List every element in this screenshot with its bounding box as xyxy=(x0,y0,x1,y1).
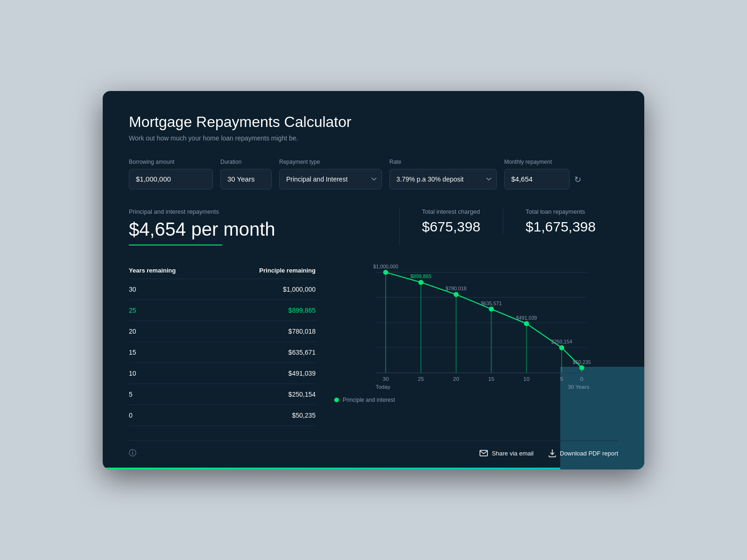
svg-text:5: 5 xyxy=(560,376,564,382)
table-header: Years remaining Principle remaining xyxy=(129,262,316,279)
td-value: $635,671 xyxy=(289,349,316,356)
td-year: 10 xyxy=(129,370,136,377)
chart-svg: $1,000,000 $899,865 $780,018 $635,571 $4… xyxy=(334,262,618,393)
svg-text:30: 30 xyxy=(383,376,389,382)
rate-group: Rate 3.79% p.a 30% deposit 4.00% p.a 20%… xyxy=(389,159,497,189)
chart-section: $1,000,000 $899,865 $780,018 $635,571 $4… xyxy=(334,262,618,431)
td-year: 25 xyxy=(129,307,136,314)
svg-text:0: 0 xyxy=(580,376,584,382)
svg-text:$491,039: $491,039 xyxy=(516,315,537,320)
chart-legend: Principle and interest xyxy=(334,397,618,403)
borrowing-input[interactable] xyxy=(129,169,213,189)
svg-text:30 Years: 30 Years xyxy=(568,384,589,390)
main-content: Years remaining Principle remaining 30 $… xyxy=(129,262,618,431)
td-value: $1,000,000 xyxy=(283,286,316,293)
table-body: 30 $1,000,000 25 $899,865 20 $780,018 15… xyxy=(129,279,316,426)
monthly-input[interactable] xyxy=(504,169,570,189)
interest-stat: Total interest charged $675,398 xyxy=(400,208,503,235)
repayment-group: Repayment type Principal and Interest In… xyxy=(279,159,382,189)
svg-text:$50,235: $50,235 xyxy=(573,359,591,364)
td-value: $491,039 xyxy=(289,370,316,377)
inputs-row: Borrowing amount Duration Repayment type… xyxy=(129,159,618,189)
interest-stat-value: $675,398 xyxy=(422,219,480,235)
svg-text:15: 15 xyxy=(488,376,495,382)
interest-stat-label: Total interest charged xyxy=(422,208,480,215)
svg-point-13 xyxy=(418,280,423,285)
td-value: $250,154 xyxy=(289,391,316,398)
td-year: 30 xyxy=(129,286,136,293)
main-stat-label: Principal and interest repayments xyxy=(129,208,377,215)
svg-point-12 xyxy=(383,270,388,275)
svg-text:20: 20 xyxy=(453,376,459,382)
share-email-button[interactable]: Share via email xyxy=(479,450,534,457)
svg-text:$780,018: $780,018 xyxy=(446,286,467,291)
td-value: $50,235 xyxy=(292,412,316,419)
info-icon[interactable]: ⓘ xyxy=(129,448,136,458)
total-stat: Total loan repayments $1,675,398 xyxy=(503,208,618,235)
svg-text:$250,154: $250,154 xyxy=(551,339,572,344)
td-year: 0 xyxy=(129,412,133,419)
col2-header: Principle remaining xyxy=(259,267,316,274)
borrowing-label: Borrowing amount xyxy=(129,159,213,165)
download-pdf-button[interactable]: Download PDF report xyxy=(549,449,618,457)
rate-label: Rate xyxy=(389,159,497,165)
table-row[interactable]: 0 $50,235 xyxy=(129,405,316,426)
main-stat: Principal and interest repayments $4,654… xyxy=(129,208,400,245)
page-subtitle: Work out how much your home loan repayme… xyxy=(129,134,618,142)
footer-actions: Share via email Download PDF report xyxy=(479,449,618,457)
svg-point-18 xyxy=(579,365,585,370)
total-stat-label: Total loan repayments xyxy=(526,208,596,215)
duration-group: Duration xyxy=(220,159,272,189)
svg-text:$1,000,000: $1,000,000 xyxy=(373,263,398,269)
rate-select[interactable]: 3.79% p.a 30% deposit 4.00% p.a 20% depo… xyxy=(389,169,497,189)
total-stat-value: $1,675,398 xyxy=(526,219,596,235)
svg-point-16 xyxy=(524,321,529,326)
refresh-icon[interactable]: ↻ xyxy=(574,175,581,189)
td-year: 5 xyxy=(129,391,133,398)
monthly-input-row: ↻ xyxy=(504,169,581,189)
legend-label: Principle and interest xyxy=(343,397,395,403)
repayment-label: Repayment type xyxy=(279,159,382,165)
repayment-select[interactable]: Principal and Interest Interest Only xyxy=(279,169,382,189)
table-row[interactable]: 20 $780,018 xyxy=(129,321,316,342)
table-row[interactable]: 5 $250,154 xyxy=(129,384,316,405)
legend-dot xyxy=(334,398,339,402)
duration-label: Duration xyxy=(220,159,272,165)
td-value: $780,018 xyxy=(289,328,316,335)
svg-text:Today: Today xyxy=(376,384,391,390)
download-pdf-label: Download PDF report xyxy=(560,450,618,457)
email-icon xyxy=(479,450,488,456)
svg-text:25: 25 xyxy=(418,376,424,382)
td-value: $899,865 xyxy=(289,307,316,314)
footer: ⓘ Share via email Download PDF report xyxy=(129,441,618,468)
download-icon xyxy=(549,449,556,457)
svg-point-15 xyxy=(489,306,494,311)
svg-point-14 xyxy=(454,292,459,297)
table-section: Years remaining Principle remaining 30 $… xyxy=(129,262,316,431)
svg-rect-36 xyxy=(480,450,487,456)
col1-header: Years remaining xyxy=(129,267,176,274)
stats-row: Principal and interest repayments $4,654… xyxy=(129,208,618,245)
svg-text:10: 10 xyxy=(523,376,530,382)
svg-text:$635,571: $635,571 xyxy=(481,300,502,306)
page-title: Mortgage Repayments Calculator xyxy=(129,113,618,131)
svg-text:$899,865: $899,865 xyxy=(410,273,431,279)
main-stat-value: $4,654 per month xyxy=(129,219,377,240)
table-row[interactable]: 15 $635,671 xyxy=(129,342,316,363)
monthly-label: Monthly repayment xyxy=(504,159,581,165)
table-row[interactable]: 25 $899,865 xyxy=(129,300,316,321)
share-email-label: Share via email xyxy=(492,450,534,457)
duration-input[interactable] xyxy=(220,169,272,189)
svg-point-17 xyxy=(559,345,564,350)
td-year: 15 xyxy=(129,349,136,356)
borrowing-group: Borrowing amount xyxy=(129,159,213,189)
table-row[interactable]: 30 $1,000,000 xyxy=(129,279,316,300)
table-row[interactable]: 10 $491,039 xyxy=(129,363,316,384)
main-stat-underline xyxy=(129,245,222,245)
td-year: 20 xyxy=(129,328,136,335)
monthly-group: Monthly repayment ↻ xyxy=(504,159,581,189)
